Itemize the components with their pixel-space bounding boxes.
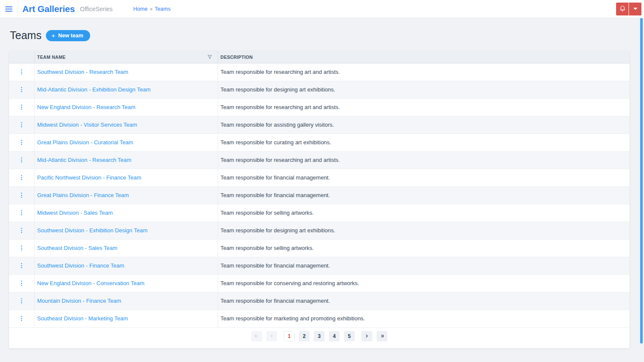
team-name-link[interactable]: New England Division - Conservation Team — [37, 280, 145, 286]
prev-page-button[interactable] — [266, 331, 277, 341]
row-actions-cell: ⋮ — [9, 222, 34, 239]
row-kebab-menu-icon[interactable]: ⋮ — [18, 210, 24, 216]
team-name-cell: Southeast Division - Sales Team — [34, 239, 218, 257]
row-kebab-menu-icon[interactable]: ⋮ — [18, 104, 24, 110]
team-name-column-header: TEAM NAME — [34, 51, 218, 63]
header-actions — [616, 3, 641, 15]
team-name-cell: Southwest Division - Exhibition Design T… — [34, 222, 218, 239]
team-name-link[interactable]: Mid-Atlantic Division - Exhibition Desig… — [37, 86, 151, 93]
row-actions-cell: ⋮ — [9, 169, 34, 186]
next-page-button[interactable] — [361, 331, 372, 341]
last-page-icon — [380, 334, 384, 338]
page-button-2[interactable]: 2 — [299, 331, 310, 341]
row-actions-cell: ⋮ — [9, 63, 34, 81]
row-actions-cell: ⋮ — [9, 134, 34, 151]
breadcrumb: Home » Teams — [133, 6, 170, 12]
team-name-link[interactable]: Great Plains Division - Curatorial Team — [37, 139, 134, 146]
breadcrumb-current-link[interactable]: Teams — [155, 6, 170, 12]
table-row: ⋮New England Division - Conservation Tea… — [9, 274, 629, 292]
team-name-link[interactable]: Great Plains Division - Finance Team — [37, 192, 129, 198]
description-column-header: DESCRIPTION — [218, 51, 629, 63]
row-kebab-menu-icon[interactable]: ⋮ — [18, 298, 24, 304]
row-actions-cell: ⋮ — [9, 98, 34, 116]
table-row: ⋮New England Division - Research TeamTea… — [9, 98, 629, 116]
team-description-cell: Team responsible for conserving and rest… — [218, 274, 629, 292]
team-name-link[interactable]: Southeast Division - Sales Team — [37, 245, 118, 251]
table-row: ⋮Midwest Division - Visitor Services Tea… — [9, 116, 629, 134]
table-body: ⋮Southwest Division - Research TeamTeam … — [9, 63, 629, 327]
table-row: ⋮Southeast Division - Marketing TeamTeam… — [9, 310, 629, 327]
team-name-link[interactable]: Mountain Division - Finance Team — [37, 298, 122, 304]
page-button-3[interactable]: 3 — [314, 331, 325, 341]
team-description-cell: Team responsible for financial managemen… — [218, 257, 629, 274]
app-logo: Art Galleries — [22, 4, 75, 14]
team-name-link[interactable]: Pacific Northwest Division - Finance Tea… — [37, 174, 142, 181]
row-actions-cell: ⋮ — [9, 257, 34, 274]
table-row: ⋮Southeast Division - Sales TeamTeam res… — [9, 239, 629, 257]
team-name-link[interactable]: Midwest Division - Sales Team — [37, 210, 113, 216]
row-kebab-menu-icon[interactable]: ⋮ — [18, 69, 24, 75]
team-name-cell: Southwest Division - Research Team — [34, 63, 218, 81]
filter-icon[interactable] — [207, 54, 213, 60]
row-actions-cell: ⋮ — [9, 81, 34, 98]
table-row: ⋮Southwest Division - Finance TeamTeam r… — [9, 257, 629, 274]
plus-icon: + — [52, 32, 55, 39]
title-row: Teams + New team — [0, 18, 644, 51]
row-actions-cell: ⋮ — [9, 186, 34, 204]
table-row: ⋮Mid-Atlantic Division - Research TeamTe… — [9, 151, 629, 169]
team-description-cell: Team responsible for financial managemen… — [218, 186, 629, 204]
team-name-cell: Midwest Division - Sales Team — [34, 204, 218, 222]
team-name-link[interactable]: Midwest Division - Visitor Services Team — [37, 122, 137, 128]
team-description-cell: Team responsible for researching art and… — [218, 63, 629, 81]
vertical-scrollbar[interactable] — [640, 18, 643, 344]
row-kebab-menu-icon[interactable]: ⋮ — [18, 227, 24, 233]
menu-button[interactable] — [0, 0, 18, 18]
team-name-link[interactable]: Mid-Atlantic Division - Research Team — [37, 157, 131, 163]
table-row: ⋮Midwest Division - Sales TeamTeam respo… — [9, 204, 629, 222]
row-kebab-menu-icon[interactable]: ⋮ — [18, 122, 24, 128]
row-kebab-menu-icon[interactable]: ⋮ — [18, 280, 24, 286]
team-name-link[interactable]: Southeast Division - Marketing Team — [37, 315, 128, 322]
team-name-cell: Great Plains Division - Curatorial Team — [34, 134, 218, 151]
team-description-cell: Team responsible for curating art exhibi… — [218, 134, 629, 151]
table-row: ⋮Pacific Northwest Division - Finance Te… — [9, 169, 629, 186]
team-description-cell: Team responsible for marketing and promo… — [218, 310, 629, 327]
user-menu-button[interactable] — [629, 3, 641, 15]
team-name-link[interactable]: Southwest Division - Research Team — [37, 69, 128, 75]
row-kebab-menu-icon[interactable]: ⋮ — [18, 157, 24, 163]
teams-table: TEAM NAME DESCRIPTION ⋮Southwest Divisio… — [9, 51, 629, 328]
caret-down-icon — [633, 8, 638, 10]
row-kebab-menu-icon[interactable]: ⋮ — [18, 315, 24, 321]
first-page-button[interactable] — [251, 331, 262, 341]
row-kebab-menu-icon[interactable]: ⋮ — [18, 86, 24, 92]
teams-card: TEAM NAME DESCRIPTION ⋮Southwest Divisio… — [9, 51, 629, 348]
team-description-cell: Team responsible for assisting gallery v… — [218, 116, 629, 134]
bell-icon — [619, 5, 626, 13]
app-header: Art Galleries OfficeSeries Home » Teams — [0, 0, 644, 18]
row-kebab-menu-icon[interactable]: ⋮ — [18, 262, 24, 268]
page-button-4[interactable]: 4 — [329, 331, 340, 341]
table-row: ⋮Mid-Atlantic Division - Exhibition Desi… — [9, 81, 629, 98]
row-kebab-menu-icon[interactable]: ⋮ — [18, 139, 24, 145]
team-name-link[interactable]: Southwest Division - Exhibition Design T… — [37, 227, 148, 234]
table-row: ⋮Great Plains Division - Finance TeamTea… — [9, 186, 629, 204]
new-team-button[interactable]: + New team — [46, 30, 90, 41]
table-header-row: TEAM NAME DESCRIPTION — [9, 51, 629, 63]
prev-page-icon — [269, 334, 274, 338]
hamburger-icon — [5, 6, 12, 12]
team-name-cell: Mid-Atlantic Division - Research Team — [34, 151, 218, 169]
team-name-link[interactable]: New England Division - Research Team — [37, 104, 136, 110]
team-name-header-label: TEAM NAME — [37, 55, 66, 60]
row-kebab-menu-icon[interactable]: ⋮ — [18, 192, 24, 198]
page-button-1[interactable]: 1 — [284, 331, 295, 341]
team-name-link[interactable]: Southwest Division - Finance Team — [37, 262, 125, 269]
notifications-button[interactable] — [616, 3, 629, 15]
page-button-5[interactable]: 5 — [344, 331, 355, 341]
last-page-button[interactable] — [377, 331, 387, 341]
breadcrumb-home-link[interactable]: Home — [133, 6, 147, 12]
breadcrumb-separator: » — [150, 6, 153, 12]
row-kebab-menu-icon[interactable]: ⋮ — [18, 245, 24, 251]
team-description-cell: Team responsible for financial managemen… — [218, 169, 629, 186]
page-title: Teams — [10, 29, 42, 42]
row-kebab-menu-icon[interactable]: ⋮ — [18, 174, 24, 180]
